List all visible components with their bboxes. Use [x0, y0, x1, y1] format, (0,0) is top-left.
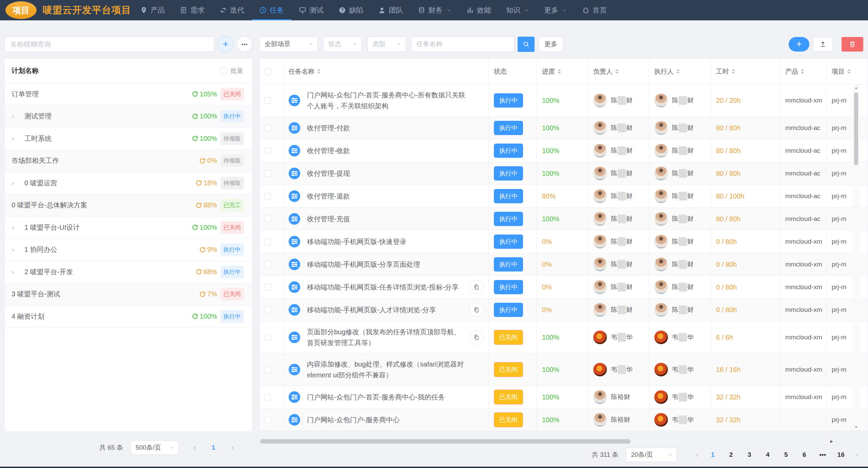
task-name-cell[interactable]: 移动端功能-手机网页版-人才详情浏览-分享	[284, 299, 489, 321]
task-name-cell[interactable]: 收付管理-收款	[284, 139, 489, 162]
nav-item[interactable]: 测试	[291, 0, 331, 20]
row-checkbox[interactable]	[264, 147, 271, 154]
export-button[interactable]	[813, 37, 833, 52]
scene-select[interactable]: 全部场景	[259, 37, 318, 52]
add-plan-button[interactable]	[217, 36, 234, 52]
nav-item[interactable]: 缺陷	[331, 0, 371, 20]
row-checkbox[interactable]	[264, 284, 271, 291]
nav-item[interactable]: 首页	[575, 0, 614, 20]
sort-carets-icon[interactable]	[615, 69, 619, 74]
plan-next-page-button[interactable]: ›	[231, 443, 234, 452]
vertical-scrollbar[interactable]: ▲ ▼	[853, 85, 859, 430]
nav-item[interactable]: 知识	[499, 0, 537, 20]
task-name-cell[interactable]: 收付管理-退款	[284, 185, 489, 207]
row-checkbox[interactable]	[264, 261, 271, 268]
sort-carets-icon[interactable]	[847, 69, 851, 74]
plan-more-button[interactable]: •••	[237, 36, 252, 52]
task-name-cell[interactable]: 移动端功能-手机网页版-分享页面处理	[284, 253, 489, 276]
plan-search-input[interactable]	[4, 37, 214, 52]
sort-carets-icon[interactable]	[801, 69, 804, 74]
page-number[interactable]: 4	[763, 451, 772, 458]
task-name-cell[interactable]: 收付管理-充值	[284, 208, 489, 230]
plan-page-number[interactable]: 1	[209, 444, 218, 451]
sort-carets-icon[interactable]	[732, 69, 735, 74]
scroll-down-arrow-icon[interactable]: ▼	[853, 425, 859, 429]
page-number[interactable]: 3	[745, 451, 754, 458]
task-name-cell[interactable]: 收付管理-付款	[284, 117, 489, 139]
task-name-input[interactable]	[411, 37, 514, 52]
delete-button[interactable]	[842, 37, 863, 52]
plan-row[interactable]: › 0 唛盟平台-总体解决方案 88% 已完工	[5, 194, 252, 217]
plan-row[interactable]: › 测试管理 100% 执行中	[5, 106, 252, 128]
row-checkbox[interactable]	[264, 97, 271, 104]
vertical-scrollbar-thumb[interactable]	[854, 92, 858, 165]
plan-row[interactable]: › 4 融资计划 100% 执行中	[5, 305, 252, 328]
expand-chevron-icon[interactable]: ›	[12, 112, 19, 120]
page-number[interactable]: 6	[800, 451, 809, 458]
task-page-size-select[interactable]: 20条/页	[626, 448, 677, 462]
row-checkbox[interactable]	[264, 125, 271, 131]
copy-task-button[interactable]	[469, 330, 484, 344]
task-name-cell[interactable]: 收付管理-提现	[284, 162, 489, 185]
plan-row[interactable]: › 0 唛盟运营 18% 待领取	[5, 172, 252, 194]
task-name-cell[interactable]: 内容添加修改、bug处理、样式修改（safari浏览器对element ui部分…	[284, 354, 489, 386]
nav-item[interactable]: 需求	[172, 0, 212, 20]
page-number[interactable]: 2	[727, 451, 735, 458]
row-checkbox[interactable]	[264, 216, 271, 222]
horizontal-scrollbar[interactable]: ▶	[259, 438, 835, 444]
task-name-cell[interactable]: 页面部分bug修改（我发布的任务详情页顶部导航、首页研发管理工具等）	[284, 321, 489, 353]
nav-item[interactable]: 更多	[537, 0, 575, 20]
add-task-button[interactable]	[789, 37, 809, 52]
nav-item[interactable]: 迭代	[212, 0, 252, 20]
column-header[interactable]: 进度	[537, 59, 588, 84]
copy-task-button[interactable]	[469, 303, 484, 317]
type-select[interactable]: 类型	[367, 37, 406, 52]
task-name-cell[interactable]: 门户网站-众包门户-首页-服务商中心-所有数据只关联个人账号，不关联组织架构	[284, 85, 489, 116]
task-name-cell[interactable]: 移动端功能-手机网页版-快速登录	[284, 230, 489, 253]
expand-chevron-icon[interactable]: ›	[12, 268, 19, 276]
column-header[interactable]: 产品	[780, 59, 827, 84]
copy-task-button[interactable]	[469, 280, 484, 294]
page-number[interactable]: •••	[818, 451, 827, 458]
plan-prev-page-button[interactable]: ‹	[193, 443, 196, 452]
plan-row[interactable]: › 工时系统 100% 待领取	[5, 128, 252, 150]
page-number[interactable]: 1	[708, 451, 717, 458]
column-header[interactable]: 项目	[827, 59, 868, 84]
task-name-cell[interactable]: 门户网站-众包门户-服务商中心	[284, 409, 489, 431]
task-prev-page-button[interactable]: ‹	[695, 451, 698, 459]
row-checkbox[interactable]	[264, 416, 271, 423]
batch-checkbox[interactable]	[220, 68, 227, 74]
row-checkbox[interactable]	[264, 193, 271, 200]
status-select[interactable]: 状态	[323, 37, 362, 52]
row-checkbox[interactable]	[264, 394, 271, 400]
task-next-page-button[interactable]: ›	[855, 451, 858, 459]
nav-item[interactable]: 财务	[410, 0, 459, 20]
scroll-right-arrow-icon[interactable]: ▶	[830, 439, 833, 444]
task-name-cell[interactable]: 移动端功能-手机网页版-任务详情页浏览-投标-分享	[284, 276, 489, 298]
sort-carets-icon[interactable]	[676, 69, 680, 74]
page-number[interactable]: 16	[836, 451, 845, 458]
plan-row[interactable]: › 订单管理 105% 已关闭	[5, 83, 252, 106]
column-header[interactable]: 任务名称	[284, 59, 489, 84]
column-header[interactable]: 执行人	[649, 59, 711, 84]
row-checkbox[interactable]	[264, 306, 271, 313]
page-number[interactable]: 5	[782, 451, 790, 458]
nav-item[interactable]: 团队	[371, 0, 410, 20]
row-checkbox[interactable]	[264, 238, 271, 245]
search-button[interactable]	[518, 37, 535, 52]
nav-item[interactable]: 产品	[133, 0, 172, 20]
row-checkbox[interactable]	[264, 334, 271, 341]
column-header[interactable]: 负责人	[588, 59, 649, 84]
nav-item[interactable]: 效能	[459, 0, 499, 20]
expand-chevron-icon[interactable]: ›	[12, 223, 19, 232]
sort-carets-icon[interactable]	[317, 69, 321, 74]
scroll-up-arrow-icon[interactable]: ▲	[853, 86, 859, 90]
plan-row[interactable]: › 2 唛盟平台-开发 68% 执行中	[5, 261, 252, 283]
plan-row[interactable]: › 3 唛盟平台-测试 7% 已关闭	[5, 283, 252, 306]
expand-chevron-icon[interactable]: ›	[12, 179, 19, 187]
row-checkbox[interactable]	[264, 366, 271, 373]
sort-carets-icon[interactable]	[558, 69, 561, 74]
more-filters-button[interactable]: 更多	[539, 37, 563, 52]
column-header[interactable]: 工时	[711, 59, 780, 84]
expand-chevron-icon[interactable]: ›	[12, 245, 19, 254]
